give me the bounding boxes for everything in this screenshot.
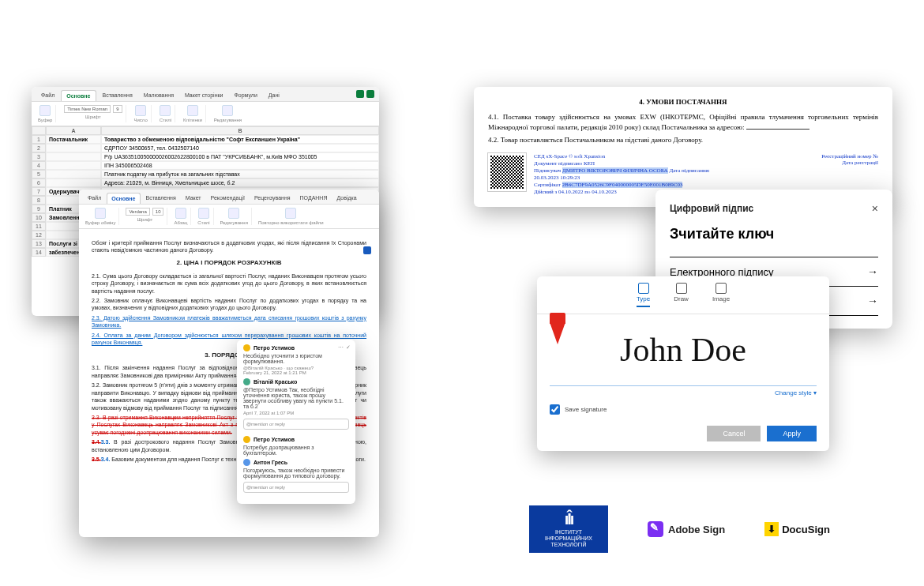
ribbon-font: Times New Roman 9 Шрифт [61, 105, 126, 122]
save-signature-checkbox[interactable]: Save signature [537, 400, 829, 419]
collab-icon[interactable] [363, 246, 371, 254]
cell-value[interactable]: Р/р UA363510050000026002622800100 в ПАТ … [101, 152, 379, 161]
cancel-button[interactable]: Cancel [707, 426, 761, 441]
excel-tab-draw[interactable]: Малювання [139, 90, 178, 101]
row-num[interactable]: 6 [32, 178, 46, 187]
row-num[interactable]: 1 [32, 135, 46, 144]
excel-tab-data[interactable]: Дані [264, 90, 284, 101]
styles-icon[interactable] [160, 105, 171, 116]
excel-tab-home[interactable]: Основне [61, 90, 96, 101]
styles-icon[interactable] [198, 208, 209, 219]
row-num[interactable]: 2 [32, 144, 46, 152]
logo-docusign: ⬇ DocuSign [764, 522, 830, 536]
excel-grid[interactable]: A B [32, 126, 379, 135]
row-num[interactable]: 10 [32, 213, 46, 222]
change-style-link[interactable]: Change style ▾ [537, 386, 829, 400]
cell-label[interactable] [46, 144, 101, 152]
col-a[interactable]: A [46, 126, 101, 135]
word-tab-file[interactable]: Файл [84, 193, 105, 204]
cell-label[interactable] [46, 170, 101, 178]
adobe-sign-icon [648, 521, 663, 537]
reply-body: @Петро Устимов Так, необхідні уточнення … [243, 387, 349, 409]
word-tab-home[interactable]: Основне [107, 193, 140, 204]
min-icon[interactable] [356, 90, 364, 98]
word-tab-layout[interactable]: Макет [182, 193, 205, 204]
close-icon[interactable]: × [872, 202, 878, 215]
reuse-icon[interactable] [285, 208, 296, 219]
kep-registration: Реєстраційний номер № Дата реєстрації [718, 153, 878, 166]
adobe-tab-type[interactable]: Type [637, 283, 650, 307]
pen-icon [676, 283, 687, 294]
paragraph-icon[interactable] [175, 208, 186, 219]
find-icon[interactable] [228, 208, 239, 219]
cell-value[interactable]: Адреса: 21029, м. Вінниця, Хмельницьке ш… [101, 178, 379, 187]
resolve-icon[interactable]: ✓ [346, 344, 351, 351]
font-size[interactable]: 10 [152, 208, 164, 216]
contract-p42: 4.2. Товар поставляється Постачальником … [488, 135, 878, 145]
reply-body: Погоджуюсь, також необхідно привести фор… [243, 468, 349, 479]
adobe-tab-draw[interactable]: Draw [674, 283, 689, 307]
excel-tab-layout[interactable]: Макет сторінки [180, 90, 228, 101]
mention-input[interactable]: @mention or reply [243, 482, 349, 493]
editing-icon[interactable] [222, 105, 233, 116]
comment-body: Необхідно уточнити з юристом формулюванн… [243, 353, 349, 364]
cell-label[interactable] [46, 178, 101, 187]
max-icon[interactable] [366, 90, 374, 98]
paste-icon[interactable] [95, 208, 106, 219]
font-name[interactable]: Verdana [126, 208, 149, 216]
adobe-sign-buttons: Cancel Apply [537, 419, 829, 451]
cell-label[interactable] [46, 152, 101, 161]
comment-author: Петро Устимов [243, 344, 349, 351]
popup-title: Цифровий підпис [670, 203, 753, 214]
save-sig-input[interactable] [550, 404, 560, 415]
signature-canvas[interactable]: John Doe [537, 314, 829, 385]
cell-value[interactable]: ЄДРПОУ 34500657, тел. 0432507140 [101, 144, 379, 152]
arrow-right-icon: → [867, 295, 878, 307]
font-size[interactable]: 9 [113, 105, 122, 113]
cell-value[interactable]: ІПН 345006502468 [101, 161, 379, 170]
col-b[interactable]: B [101, 126, 379, 135]
row-num[interactable]: 13 [32, 239, 46, 248]
logo-iit: ıÎı ІНСТИТУТ ІНФОРМАЦІЙНИХ ТЕХНОЛОГІЙ [529, 505, 608, 553]
cell-label[interactable]: Постачальник [46, 135, 101, 144]
more-icon[interactable]: ⋯ [338, 344, 344, 351]
ribbon-clipboard: Буфер [35, 105, 56, 122]
comment-author: Петро Устимов [243, 436, 349, 443]
row-num[interactable]: 11 [32, 222, 46, 231]
cell-value[interactable]: Платник податку на прибуток на загальних… [101, 170, 379, 178]
excel-tab-file[interactable]: Файл [36, 90, 59, 101]
row-num[interactable]: 9 [32, 205, 46, 213]
adobe-tab-image[interactable]: Image [712, 283, 730, 307]
row-num[interactable]: 14 [32, 248, 46, 257]
apply-button[interactable]: Apply [767, 426, 817, 441]
excel-tab-insert[interactable]: Вставлення [98, 90, 137, 101]
word-tab-review[interactable]: Рецензування [250, 193, 295, 204]
word-tab-submit[interactable]: ПОДАННЯ [296, 193, 332, 204]
excel-ribbon: Буфер Times New Roman 9 Шрифт Число Стил… [32, 102, 379, 126]
contract-heading: 4. УМОВИ ПОСТАЧАННЯ [488, 98, 878, 106]
doc-intro: Обсяг і критерії приймання Послуг визнач… [92, 239, 366, 254]
reply-date: April 7, 2022 at 1:07 PM [243, 411, 349, 415]
word-tab-insert[interactable]: Вставлення [142, 193, 180, 204]
row-num[interactable]: 4 [32, 161, 46, 170]
cell-value[interactable]: Товариство з обмеженою відповідальністю … [101, 135, 379, 144]
excel-tab-formulas[interactable]: Формули [230, 90, 262, 101]
cells-icon[interactable] [187, 105, 198, 116]
row-num[interactable]: 7 [32, 187, 46, 196]
row-num[interactable]: 12 [32, 231, 46, 239]
doc-p21: 2.1. Сума цього Договору складається із … [92, 272, 366, 295]
word-tab-references[interactable]: Рекомендації [207, 193, 249, 204]
font-name[interactable]: Times New Roman [64, 105, 111, 113]
mention-input[interactable]: @mention or reply [243, 419, 349, 430]
doc-p23: 2.3. Датою здійснення Замовником платежі… [92, 314, 366, 329]
row-num[interactable]: 8 [32, 196, 46, 205]
cell-label[interactable] [46, 161, 101, 170]
number-format-icon[interactable] [135, 105, 146, 116]
keyboard-icon [638, 283, 649, 294]
arrow-right-icon: → [867, 265, 878, 278]
row-num[interactable]: 3 [32, 152, 46, 161]
row-num[interactable]: 5 [32, 170, 46, 178]
word-tab-help[interactable]: Довідка [332, 193, 360, 204]
col-corner[interactable] [32, 126, 46, 135]
paste-icon[interactable] [39, 105, 51, 116]
